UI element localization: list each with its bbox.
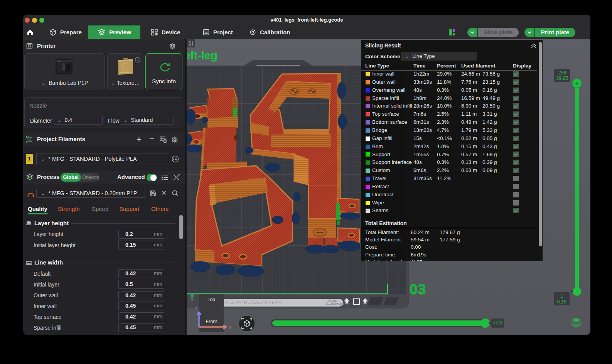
svg-text:1: 1 [561,293,563,299]
svg-text:256: 256 [558,70,566,76]
svg-text:0.15: 0.15 [557,299,566,305]
svg-text:39.95: 39.95 [556,76,568,81]
svg-text:z: z [195,304,197,310]
svg-text:x: x [229,324,231,330]
svg-text:⟨|⟩: ⟨|⟩ [188,40,194,46]
svg-text:SURFACE: SURFACE [332,303,345,305]
svg-text:Front: Front [206,319,217,324]
svg-text:Top: Top [207,297,215,302]
svg-text:PLA/PETG/ABS/TPU/PC: PLA/PETG/ABS/TPU/PC [225,301,282,305]
svg-text:HOT: HOT [332,300,338,302]
svg-text:eft-leg: eft-leg [187,49,217,62]
svg-text:i: i [137,58,138,62]
svg-text:03: 03 [410,281,426,297]
svg-text:442: 442 [493,320,502,326]
